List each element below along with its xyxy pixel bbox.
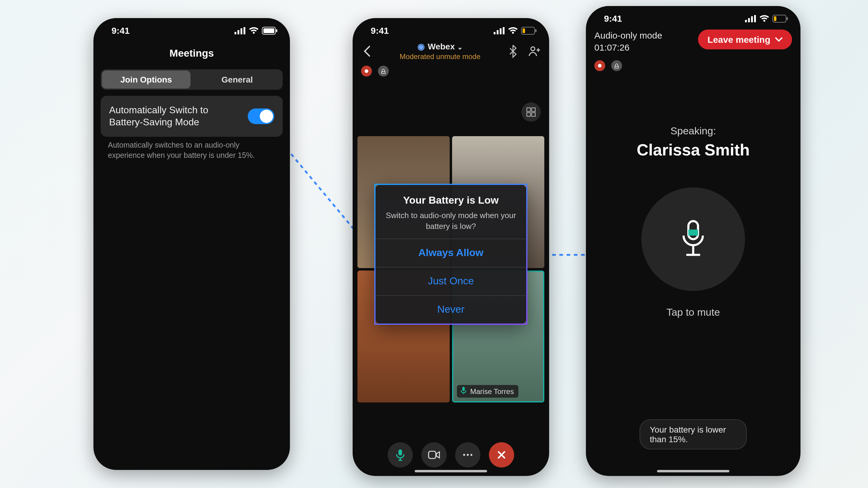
- svg-rect-12: [503, 27, 504, 34]
- phone-settings: 9:41 Meetings Join Options General Autom…: [93, 18, 290, 470]
- more-button[interactable]: [455, 442, 480, 467]
- battery-low-icon: [521, 27, 537, 34]
- svg-rect-11: [500, 28, 501, 34]
- layout-toggle-button[interactable]: [521, 102, 541, 122]
- status-icons: [745, 15, 788, 22]
- tab-join-options[interactable]: Join Options: [102, 70, 190, 89]
- video-button[interactable]: [421, 442, 447, 467]
- battery-low-dialog: Your Battery is Low Switch to audio-only…: [374, 184, 527, 325]
- svg-rect-17: [527, 108, 530, 111]
- wifi-icon: [508, 27, 518, 34]
- svg-rect-27: [745, 20, 747, 22]
- phone-audio-only: 9:41 Audio-only mode 01:07:26 Leave meet…: [586, 6, 801, 476]
- setting-description: Automatically switches to an audio-only …: [108, 140, 276, 161]
- meeting-title-block[interactable]: ◉Webex ⌄ Moderated unmute mode: [400, 41, 480, 61]
- mute-button[interactable]: [388, 442, 413, 467]
- dialog-option-just-once[interactable]: Just Once: [375, 267, 526, 295]
- svg-rect-3: [238, 30, 239, 34]
- back-button[interactable]: [361, 45, 373, 57]
- leave-meeting-button[interactable]: Leave meeting: [698, 30, 792, 50]
- chevron-down-icon: [775, 37, 782, 42]
- dialog-title: Your Battery is Low: [385, 195, 517, 207]
- svg-rect-15: [535, 29, 536, 32]
- mode-label: Audio-only mode: [594, 30, 662, 42]
- svg-rect-7: [264, 28, 274, 33]
- participant-name: Marise Torres: [470, 387, 514, 395]
- recording-indicators: [352, 62, 549, 76]
- svg-point-25: [467, 454, 469, 456]
- speaking-block: Speaking: Clarissa Smith: [586, 125, 801, 159]
- audio-only-top: Audio-only mode 01:07:26 Leave meeting: [586, 27, 801, 54]
- meeting-top-bar: ◉Webex ⌄ Moderated unmute mode: [352, 39, 549, 62]
- tab-general[interactable]: General: [193, 70, 281, 89]
- svg-rect-28: [748, 18, 750, 22]
- setting-label: Automatically Switch to Battery-Saving M…: [109, 104, 241, 128]
- cellular-icon: [745, 15, 756, 22]
- leave-label: Leave meeting: [708, 34, 770, 44]
- svg-rect-9: [494, 32, 495, 34]
- home-indicator: [415, 470, 487, 472]
- page-title: Meetings: [93, 39, 290, 69]
- svg-rect-5: [244, 27, 245, 34]
- setting-battery-saving[interactable]: Automatically Switch to Battery-Saving M…: [101, 96, 283, 137]
- svg-rect-32: [774, 16, 776, 21]
- svg-rect-22: [398, 450, 402, 455]
- chevron-down-icon: ⌄: [457, 43, 463, 51]
- dialog-option-always-allow[interactable]: Always Allow: [375, 238, 526, 267]
- elapsed-time: 01:07:26: [594, 42, 662, 54]
- svg-rect-23: [429, 451, 436, 458]
- encryption-icon: [378, 66, 389, 76]
- grid-icon: [526, 107, 536, 117]
- status-bar: 9:41: [352, 18, 549, 39]
- svg-point-16: [531, 47, 535, 51]
- wifi-icon: [760, 15, 769, 22]
- meeting-subtitle: Moderated unmute mode: [400, 53, 480, 61]
- speaking-label: Speaking:: [586, 125, 801, 137]
- add-participant-icon[interactable]: [529, 45, 541, 57]
- phone-meeting-grid: 9:41 ◉Webex ⌄ Moderated unmute mode: [352, 18, 549, 476]
- status-icons: [494, 27, 537, 34]
- status-time: 9:41: [604, 13, 622, 24]
- svg-point-24: [463, 454, 465, 456]
- battery-toast: Your battery is lower than 15%.: [640, 419, 747, 450]
- svg-rect-4: [241, 28, 242, 34]
- status-bar: 9:41: [586, 6, 801, 27]
- recording-indicators: [586, 54, 801, 71]
- svg-rect-21: [462, 387, 465, 391]
- status-icons: [235, 27, 278, 34]
- battery-low-icon: [773, 15, 788, 22]
- svg-point-26: [470, 454, 472, 456]
- status-time: 9:41: [112, 25, 130, 36]
- wifi-icon: [249, 27, 258, 34]
- globe-icon: ◉: [417, 41, 425, 51]
- tab-join-label: Join Options: [120, 75, 172, 84]
- mic-active-icon: [461, 387, 467, 396]
- recording-icon: [361, 66, 372, 76]
- bluetooth-icon[interactable]: [507, 45, 519, 57]
- toggle-knob: [260, 110, 273, 123]
- recording-icon: [594, 60, 605, 71]
- audio-only-status: Audio-only mode 01:07:26: [594, 30, 662, 54]
- call-control-bar: [352, 442, 549, 467]
- meeting-title: Webex: [428, 41, 455, 51]
- svg-rect-20: [532, 113, 535, 116]
- tap-to-mute-button[interactable]: [641, 187, 745, 291]
- tap-to-mute-label: Tap to mute: [666, 306, 720, 318]
- end-call-button[interactable]: [489, 442, 514, 467]
- svg-rect-33: [786, 17, 788, 20]
- battery-full-icon: [262, 27, 278, 34]
- status-time: 9:41: [371, 25, 389, 36]
- svg-rect-30: [754, 15, 756, 22]
- home-indicator: [657, 470, 730, 472]
- cellular-icon: [235, 27, 245, 34]
- svg-rect-8: [276, 29, 277, 32]
- svg-rect-29: [751, 16, 753, 22]
- toggle-battery-saving[interactable]: [248, 108, 274, 124]
- dialog-option-never[interactable]: Never: [375, 295, 526, 324]
- svg-rect-14: [523, 28, 525, 33]
- svg-rect-19: [527, 113, 530, 116]
- status-bar: 9:41: [93, 18, 290, 39]
- encryption-icon: [611, 60, 622, 71]
- svg-rect-2: [235, 32, 236, 34]
- speaker-name: Clarissa Smith: [586, 141, 801, 159]
